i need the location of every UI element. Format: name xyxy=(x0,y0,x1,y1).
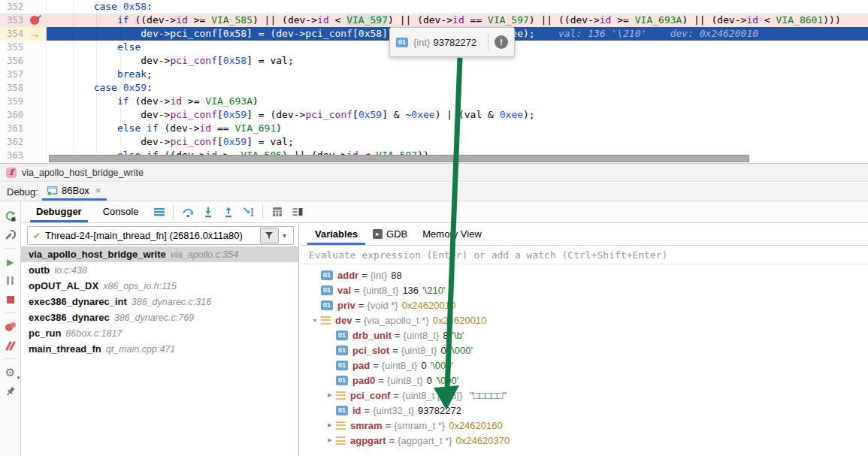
evaluation-tooltip: 01 {int} 93782272 ! xyxy=(389,27,515,57)
tab-memory-view[interactable]: Memory View xyxy=(415,223,489,245)
code-line-text[interactable]: case 0x59: xyxy=(47,81,868,95)
wrench-button[interactable] xyxy=(2,226,19,243)
code-line-text[interactable]: if (dev->id >= VIA_693A) xyxy=(47,95,868,108)
tab-gdb[interactable]: ▸ GDB xyxy=(365,223,415,245)
error-info-icon[interactable]: ! xyxy=(494,35,508,49)
frame-row-via_apollo_host_bridge_write[interactable]: via_apollo_host_bridge_writevia_apollo.c… xyxy=(21,246,298,262)
code-token: dev-> xyxy=(47,55,170,66)
step-out-button[interactable] xyxy=(219,204,237,220)
stop-button[interactable] xyxy=(2,291,19,308)
line-number: 358 xyxy=(0,81,26,95)
variable-row-pad0[interactable]: 01pad0={uint8_t}0'\000' xyxy=(300,373,868,388)
code-token: (dev-> xyxy=(159,122,200,134)
horizontal-scrollbar[interactable] xyxy=(49,155,749,162)
close-icon[interactable]: × xyxy=(95,185,101,196)
gutter[interactable]: 355 xyxy=(0,41,47,54)
restore-layout-button[interactable] xyxy=(288,204,307,220)
code-token: 0x59 xyxy=(358,109,382,120)
variable-row-pci_slot[interactable]: 01pci_slot={uint8_t}0'\000' xyxy=(300,343,868,358)
code-token: break xyxy=(117,68,147,80)
gutter[interactable]: 357 xyxy=(0,68,47,81)
primitive-value-badge-icon: 01 xyxy=(336,406,348,415)
show-execution-point-button[interactable] xyxy=(150,204,168,220)
frame-row-outb[interactable]: outbio.c:438 xyxy=(21,262,298,278)
gutter[interactable]: 361 xyxy=(0,122,47,135)
variable-row-val[interactable]: 01val={uint8_t}136'\210' xyxy=(300,282,868,297)
debug-header: Debug: 86Box × xyxy=(0,183,868,201)
frame-row-opOUT_AL_DX[interactable]: opOUT_AL_DXx86_ops_io.h:115 xyxy=(21,278,298,294)
thread-status-check-icon: ✔ xyxy=(33,231,41,241)
code-line-text[interactable]: else if (dev->id == VIA_691) xyxy=(47,122,868,135)
tab-variables[interactable]: Variables xyxy=(307,223,365,245)
variable-name: dev xyxy=(335,315,352,326)
chevron-right-icon[interactable]: ▶ xyxy=(324,422,336,428)
variables-tree: 01addr={int}8801val={uint8_t}136'\210'01… xyxy=(300,264,868,448)
chevron-down-icon[interactable]: ▼ xyxy=(309,318,321,323)
variable-row-drb_unit[interactable]: 01drb_unit={uint8_t}8'\b' xyxy=(300,328,868,343)
tab-console[interactable]: Console xyxy=(92,201,150,222)
evaluate-expression-button[interactable] xyxy=(268,204,286,220)
frame-row-pc_run[interactable]: pc_run86box.c:1817 xyxy=(21,325,298,341)
gutter[interactable]: 358 xyxy=(0,81,47,95)
variable-value: 8 xyxy=(443,330,448,341)
variable-row-agpgart[interactable]: ▶agpgart={agpgart_t *}0x24620370 xyxy=(300,433,868,448)
breadcrumb[interactable]: via_apollo_host_bridge_write xyxy=(22,168,144,178)
frame-location: io.c:438 xyxy=(54,265,87,276)
code-token: ) || ((dev-> xyxy=(529,14,600,26)
code-token: VIA_597 xyxy=(488,14,529,26)
step-into-button[interactable] xyxy=(198,204,217,220)
code-line-text[interactable]: break; xyxy=(47,68,868,81)
hide-frames-filter-button[interactable] xyxy=(260,228,279,243)
evaluate-expression-input[interactable] xyxy=(300,246,868,264)
code-token xyxy=(47,122,117,134)
code-line-text[interactable]: dev->pci_conf[0x59] = (dev->pci_conf[0x5… xyxy=(47,108,868,122)
variable-row-pad[interactable]: 01pad={uint8_t}0'\000' xyxy=(300,358,868,373)
view-breakpoints-button[interactable] xyxy=(2,318,19,335)
thread-selector[interactable]: ✔ Thread-24-[main_thread_fn] (26816.0x11… xyxy=(27,226,294,245)
variable-row-dev[interactable]: ▼dev={via_apollo_t *}0x24620010 xyxy=(300,313,868,328)
execution-pointer-icon[interactable]: → xyxy=(26,28,44,40)
run-to-cursor-button[interactable] xyxy=(239,204,258,220)
tab-debugger[interactable]: Debugger xyxy=(26,201,92,222)
breakpoint-icon[interactable]: ✔ xyxy=(26,14,44,26)
equals-sign: = xyxy=(354,285,360,296)
variable-name: pci_conf xyxy=(350,390,390,401)
gutter[interactable]: 363 xyxy=(0,149,47,162)
frame-function: via_apollo_host_bridge_write xyxy=(29,249,166,260)
variable-row-smram[interactable]: ▶smram={smram_t *}0x24620160 xyxy=(300,418,868,433)
chevron-right-icon[interactable]: ▶ xyxy=(324,437,336,443)
code-token: dev-> xyxy=(47,136,170,147)
variable-row-priv[interactable]: 01priv={void *}0x24620010 xyxy=(300,297,868,313)
settings-button[interactable]: ⚙▾ xyxy=(2,364,19,381)
gutter[interactable]: 359 xyxy=(0,95,47,108)
mute-breakpoints-button[interactable] xyxy=(2,337,19,354)
variable-name: pad xyxy=(352,360,370,371)
chevron-down-icon[interactable]: ▾ xyxy=(283,231,286,240)
pause-button[interactable] xyxy=(2,272,19,289)
frame-row-main_thread_fn[interactable]: main_thread_fnqt_main.cpp:471 xyxy=(21,341,298,357)
gutter[interactable]: 356 xyxy=(0,54,47,68)
run-to-cursor-icon xyxy=(243,206,255,218)
chevron-right-icon[interactable]: ▶ xyxy=(324,392,336,398)
resume-button[interactable]: ▶ xyxy=(2,253,19,270)
pin-tab-button[interactable] xyxy=(2,382,19,400)
variable-row-id[interactable]: 01id={uint32_t}93782272 xyxy=(300,403,868,418)
gutter[interactable]: 354→ xyxy=(0,27,47,41)
tab-86box[interactable]: 86Box × xyxy=(42,183,107,201)
frame-row-exec386_dynarec_int[interactable]: exec386_dynarec_int386_dynarec.c:316 xyxy=(21,294,298,310)
code-line-text[interactable]: case 0x58: xyxy=(47,0,868,14)
step-over-button[interactable] xyxy=(178,204,197,220)
gutter[interactable]: 360 xyxy=(0,108,47,122)
rerun-button[interactable] xyxy=(2,207,19,225)
gutter[interactable]: 362 xyxy=(0,135,47,149)
variable-row-addr[interactable]: 01addr={int}88 xyxy=(300,267,868,282)
code-line-text[interactable]: if ((dev->id >= VIA_585) || (dev->id < V… xyxy=(47,14,868,27)
frame-function: exec386_dynarec_int xyxy=(29,296,127,307)
variable-value-char: "□□□□□" xyxy=(470,390,507,401)
variable-row-pci_conf[interactable]: ▶pci_conf={uint8_t [256]}"□□□□□" xyxy=(300,388,868,403)
gutter-icon-slot xyxy=(26,122,44,134)
code-line-text[interactable]: dev->pci_conf[0x59] = val; xyxy=(47,135,868,149)
frame-row-exec386_dynarec[interactable]: exec386_dynarec386_dynarec.c:769 xyxy=(21,310,298,325)
gutter[interactable]: 353✔ xyxy=(0,14,47,27)
code-token: < xyxy=(329,14,346,26)
